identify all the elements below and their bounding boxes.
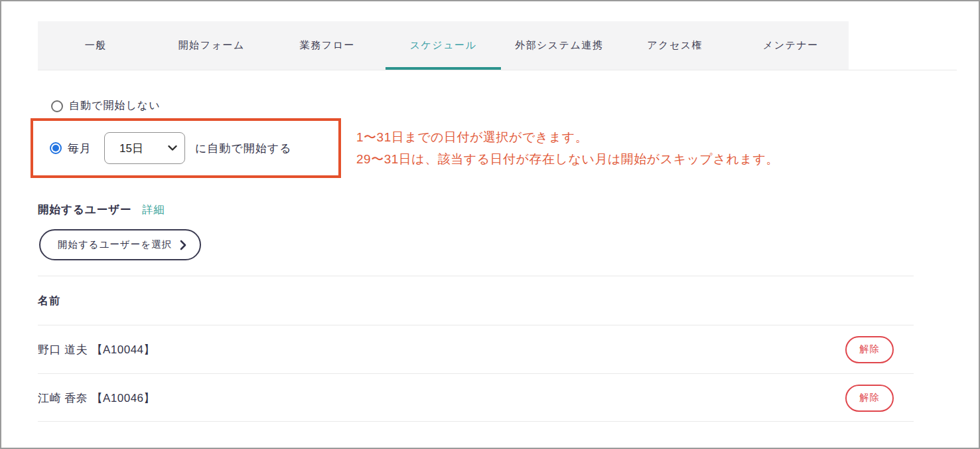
- settings-page: 一般 開始フォーム 業務フロー スケジュール 外部システム連携 アクセス権 メン…: [0, 0, 980, 449]
- table-row: 江崎 香奈 【A10046】 解除: [38, 374, 914, 422]
- details-link[interactable]: 詳細: [143, 203, 165, 217]
- tab-business-flow[interactable]: 業務フロー: [269, 21, 385, 70]
- radio-monthly-prefix-label: 毎月: [68, 141, 92, 156]
- remove-user-button[interactable]: 解除: [845, 336, 894, 363]
- tab-schedule[interactable]: スケジュール: [385, 21, 502, 70]
- tab-access-rights[interactable]: アクセス権: [617, 21, 733, 70]
- select-users-button-label: 開始するユーザーを選択: [58, 238, 172, 251]
- table-header-name: 名前: [38, 294, 60, 308]
- start-users-title: 開始するユーザー: [38, 203, 132, 217]
- divider: [38, 276, 914, 276]
- day-select[interactable]: 15日: [104, 132, 185, 164]
- option-monthly-start[interactable]: 毎月 15日 に自動で開始する: [50, 136, 292, 160]
- start-users-section-header: 開始するユーザー 詳細: [38, 203, 165, 217]
- chevron-right-icon: [180, 240, 186, 250]
- annotation-note: 1〜31日までの日付が選択ができます。 29〜31日は、該当する日付が存在しない…: [356, 126, 779, 170]
- remove-user-button[interactable]: 解除: [845, 385, 894, 412]
- user-name: 野口 道夫 【A10044】: [38, 342, 155, 357]
- annotation-note-line2: 29〜31日は、該当する日付が存在しない月は開始がスキップされます。: [356, 148, 779, 170]
- tab-maintainer[interactable]: メンテナー: [733, 21, 849, 70]
- tab-general[interactable]: 一般: [38, 21, 154, 70]
- tab-external-system[interactable]: 外部システム連携: [501, 21, 617, 70]
- select-users-button[interactable]: 開始するユーザーを選択: [39, 229, 201, 260]
- option-no-auto-start[interactable]: 自動で開始しない: [51, 99, 161, 113]
- table-row: 野口 道夫 【A10044】 解除: [38, 325, 914, 373]
- radio-monthly-start[interactable]: [50, 142, 62, 154]
- tabbar-divider: [38, 70, 957, 70]
- day-select-wrap: 15日: [104, 132, 185, 164]
- radio-no-auto-start[interactable]: [51, 100, 63, 112]
- annotation-note-line1: 1〜31日までの日付が選択ができます。: [356, 126, 779, 148]
- radio-monthly-suffix-label: に自動で開始する: [195, 141, 292, 156]
- divider: [38, 421, 914, 422]
- tab-start-form[interactable]: 開始フォーム: [154, 21, 270, 70]
- settings-tabbar: 一般 開始フォーム 業務フロー スケジュール 外部システム連携 アクセス権 メン…: [38, 21, 849, 70]
- user-name: 江崎 香奈 【A10046】: [38, 391, 155, 406]
- radio-no-auto-start-label: 自動で開始しない: [69, 99, 161, 113]
